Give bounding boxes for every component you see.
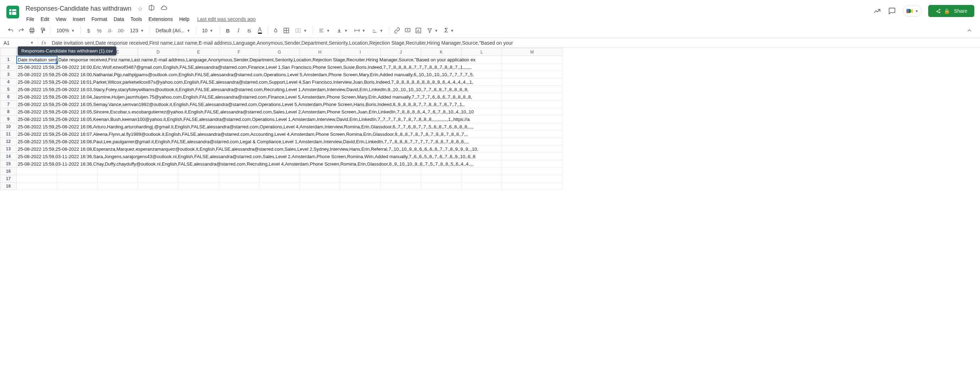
decrease-decimal-button[interactable]: .0↓: [105, 25, 115, 35]
collapse-toolbar-button[interactable]: [964, 25, 974, 35]
column-header[interactable]: J: [381, 48, 421, 56]
cell[interactable]: [300, 71, 340, 78]
cell[interactable]: [502, 138, 562, 145]
cell[interactable]: [138, 56, 178, 64]
cloud-status-icon[interactable]: [159, 3, 169, 14]
cell[interactable]: [178, 108, 219, 116]
row-header[interactable]: 18: [0, 183, 17, 190]
cell[interactable]: [340, 145, 381, 153]
font-size-select[interactable]: 10▼: [199, 28, 217, 33]
cell[interactable]: [219, 160, 259, 168]
cell[interactable]: [178, 64, 219, 71]
cell[interactable]: [138, 93, 178, 101]
cell[interactable]: [219, 71, 259, 78]
app-logo[interactable]: [6, 5, 20, 19]
cell[interactable]: [340, 153, 381, 160]
cell[interactable]: [97, 183, 138, 190]
cell[interactable]: [97, 101, 138, 108]
cell[interactable]: [421, 101, 461, 108]
cell[interactable]: [97, 78, 138, 86]
percent-button[interactable]: %: [94, 25, 104, 35]
cell[interactable]: 25-08-2022 15:59,25-08-2022 16:03,Stacy,…: [17, 86, 57, 93]
cell[interactable]: [502, 78, 562, 86]
cell[interactable]: 25-08-2022 15:59,03-11-2022 16:36,Sara,J…: [17, 153, 57, 160]
cell[interactable]: [300, 183, 340, 190]
cell[interactable]: [138, 78, 178, 86]
cell[interactable]: [340, 160, 381, 168]
cell[interactable]: [381, 93, 421, 101]
cell[interactable]: [178, 93, 219, 101]
cell[interactable]: [300, 130, 340, 138]
cell[interactable]: [97, 130, 138, 138]
cell[interactable]: [502, 64, 562, 71]
cell[interactable]: [502, 93, 562, 101]
cell[interactable]: [421, 145, 461, 153]
cell[interactable]: [381, 78, 421, 86]
cell[interactable]: [259, 101, 300, 108]
cell[interactable]: [97, 71, 138, 78]
row-header[interactable]: 1: [0, 56, 17, 64]
cell[interactable]: [57, 160, 97, 168]
cell[interactable]: [340, 64, 381, 71]
cell[interactable]: [259, 71, 300, 78]
cell[interactable]: [381, 153, 421, 160]
borders-button[interactable]: [282, 25, 291, 35]
cell[interactable]: [138, 71, 178, 78]
cell[interactable]: [421, 168, 461, 175]
cell[interactable]: [300, 78, 340, 86]
column-header[interactable]: E: [178, 48, 219, 56]
cell[interactable]: [219, 64, 259, 71]
cell[interactable]: [502, 123, 562, 130]
cell[interactable]: [300, 116, 340, 123]
cell[interactable]: [461, 130, 502, 138]
cell[interactable]: [178, 168, 219, 175]
cell[interactable]: [340, 183, 381, 190]
cell[interactable]: [381, 145, 421, 153]
cell[interactable]: [57, 138, 97, 145]
row-header[interactable]: 8: [0, 108, 17, 116]
row-header[interactable]: 16: [0, 168, 17, 175]
cell[interactable]: [97, 138, 138, 145]
cell[interactable]: [97, 175, 138, 183]
cell[interactable]: [57, 108, 97, 116]
cell[interactable]: 25-08-2022 15:59,25-08-2022 16:04,Jasmin…: [17, 93, 57, 101]
cell[interactable]: [461, 64, 502, 71]
cell[interactable]: [461, 183, 502, 190]
cell[interactable]: [259, 64, 300, 71]
cell[interactable]: [97, 160, 138, 168]
cell[interactable]: [421, 108, 461, 116]
cell[interactable]: [57, 116, 97, 123]
cell[interactable]: [97, 168, 138, 175]
cell[interactable]: [300, 153, 340, 160]
insert-chart-button[interactable]: [414, 25, 423, 35]
cell[interactable]: [259, 123, 300, 130]
cell[interactable]: [421, 175, 461, 183]
cell[interactable]: [259, 86, 300, 93]
cell[interactable]: 25-08-2022 15:59,25-08-2022 16:00,Eric,W…: [17, 64, 57, 71]
menu-file[interactable]: File: [24, 15, 37, 24]
vertical-align-button[interactable]: ▼: [334, 28, 350, 33]
cell[interactable]: [219, 138, 259, 145]
insert-link-button[interactable]: [392, 25, 402, 35]
cell[interactable]: [421, 116, 461, 123]
cell[interactable]: [381, 116, 421, 123]
cell[interactable]: 25-08-2022 15:59,25-08-2022 16:05,Semay,…: [17, 101, 57, 108]
cell[interactable]: [461, 123, 502, 130]
cell[interactable]: [381, 138, 421, 145]
cell[interactable]: [97, 145, 138, 153]
cell[interactable]: [300, 64, 340, 71]
cell[interactable]: [502, 175, 562, 183]
row-header[interactable]: 13: [0, 145, 17, 153]
filter-button[interactable]: ▼: [424, 28, 441, 33]
cell[interactable]: [340, 123, 381, 130]
cell[interactable]: [502, 56, 562, 64]
cell[interactable]: [340, 56, 381, 64]
cell[interactable]: [178, 175, 219, 183]
cell[interactable]: [219, 56, 259, 64]
cell[interactable]: [300, 168, 340, 175]
cell[interactable]: [97, 153, 138, 160]
cell[interactable]: [502, 116, 562, 123]
cell[interactable]: [381, 64, 421, 71]
cell[interactable]: [340, 138, 381, 145]
cell[interactable]: [57, 175, 97, 183]
